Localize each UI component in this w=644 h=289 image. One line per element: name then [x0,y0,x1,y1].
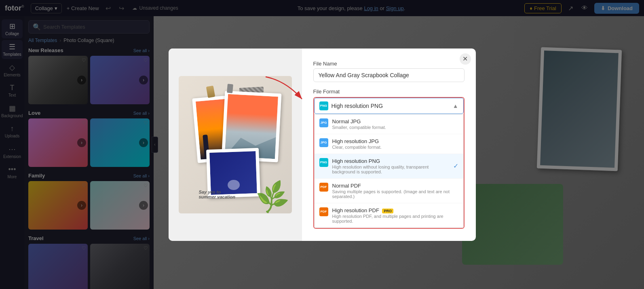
file-format-section: File Format PNG High resolution PNG ▲ JP… [313,89,465,229]
file-name-label: File Name [313,61,465,67]
check-icon: ✓ [453,162,458,170]
format-option-high-png[interactable]: PNG High resolution PNG High resolution … [315,154,463,179]
file-name-input[interactable] [313,68,465,82]
format-option-normal-jpg[interactable]: JPG Normal JPG Smaller, compatible forma… [315,114,463,134]
png-badge: PNG [319,101,328,110]
download-modal: ✕ [169,49,476,241]
modal-preview-area: 🌿 Say yes tosummer vacation [169,49,302,241]
vacation-text: Say yes tosummer vacation [199,190,276,199]
format-select-button[interactable]: PNG High resolution PNG ▲ [314,98,464,114]
modal-form: File Name File Format PNG High resolutio… [302,49,476,241]
close-icon: ✕ [462,55,468,63]
file-name-section: File Name [313,61,465,82]
format-option-high-pdf[interactable]: PDF High resolution PDF PRO High resolut… [315,203,463,228]
pdf-pro-badge: PDF [319,207,328,216]
modal-overlay: ✕ [0,0,644,289]
format-option-high-jpg[interactable]: JPG High resolution JPG Clear, compatibl… [315,134,463,154]
pdf-badge: PDF [319,183,328,192]
modal-close-button[interactable]: ✕ [460,53,471,65]
pro-badge: PRO [382,209,393,213]
format-option-normal-pdf[interactable]: PDF Normal PDF Saving multiple pages is … [315,179,463,203]
jpg-badge: JPG [319,138,328,147]
file-format-label: File Format [313,89,465,95]
photo-stack: 🌿 Say yes tosummer vacation [187,84,284,205]
jpg-badge: JPG [319,118,328,127]
format-dropdown-list: JPG Normal JPG Smaller, compatible forma… [314,114,464,228]
chevron-up-icon: ▲ [453,103,458,109]
format-dropdown-box: PNG High resolution PNG ▲ JPG Normal JPG… [313,97,465,229]
modal-preview-image: 🌿 Say yes tosummer vacation [179,76,292,213]
png-teal-badge: PNG [319,158,328,167]
